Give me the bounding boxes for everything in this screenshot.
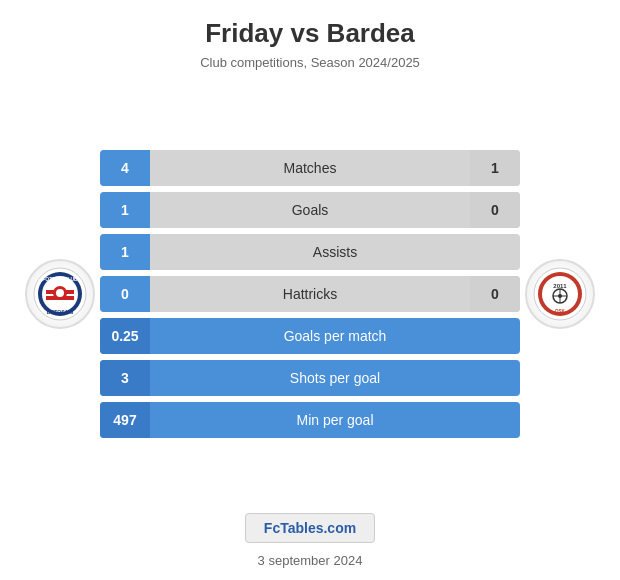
stat-label-hattricks: Hattricks — [150, 286, 470, 302]
stat-left-goals: 1 — [100, 192, 150, 228]
stat-label-assists: Assists — [150, 244, 520, 260]
svg-text:2011: 2011 — [553, 283, 567, 289]
stat-row-goals: 1Goals0 — [100, 192, 520, 228]
stat-row-goals-per-match: 0.25Goals per match — [100, 318, 520, 354]
stat-left-shots-per-goal: 3 — [100, 360, 150, 396]
stat-row-assists: 1Assists — [100, 234, 520, 270]
stat-right-hattricks: 0 — [470, 276, 520, 312]
left-club-logo: FOTBAL CLUB BOTOSANI — [20, 259, 100, 329]
stat-row-hattricks: 0Hattricks0 — [100, 276, 520, 312]
stat-left-matches: 4 — [100, 150, 150, 186]
svg-text:OSK: OSK — [555, 309, 566, 314]
match-subtitle: Club competitions, Season 2024/2025 — [200, 55, 420, 70]
stat-label-min-per-goal: Min per goal — [150, 412, 520, 428]
stat-row-min-per-goal: 497Min per goal — [100, 402, 520, 438]
stat-label-goals: Goals — [150, 202, 470, 218]
stat-right-goals: 0 — [470, 192, 520, 228]
svg-text:BOTOSANI: BOTOSANI — [47, 309, 74, 315]
svg-point-6 — [56, 289, 64, 297]
svg-text:FOTBAL CLUB: FOTBAL CLUB — [42, 276, 78, 282]
stat-label-matches: Matches — [150, 160, 470, 176]
sepsi-svg: 2011 OSK — [532, 266, 588, 322]
date-footer: 3 september 2024 — [258, 553, 363, 568]
stats-rows: 4Matches11Goals01Assists0Hattricks00.25G… — [100, 150, 520, 438]
match-card: Friday vs Bardea Club competitions, Seas… — [0, 0, 620, 580]
stat-row-matches: 4Matches1 — [100, 150, 520, 186]
stat-label-goals-per-match: Goals per match — [150, 328, 520, 344]
stat-right-matches: 1 — [470, 150, 520, 186]
stat-left-assists: 1 — [100, 234, 150, 270]
botosani-svg: FOTBAL CLUB BOTOSANI — [32, 266, 88, 322]
stat-label-shots-per-goal: Shots per goal — [150, 370, 520, 386]
stat-left-hattricks: 0 — [100, 276, 150, 312]
stats-section: FOTBAL CLUB BOTOSANI 4Matches11Goals01As… — [20, 88, 600, 499]
stat-left-min-per-goal: 497 — [100, 402, 150, 438]
left-logo-circle: FOTBAL CLUB BOTOSANI — [25, 259, 95, 329]
right-logo-circle: 2011 OSK — [525, 259, 595, 329]
stat-left-goals-per-match: 0.25 — [100, 318, 150, 354]
watermark: FcTables.com — [245, 513, 375, 543]
match-title: Friday vs Bardea — [205, 18, 415, 49]
stat-row-shots-per-goal: 3Shots per goal — [100, 360, 520, 396]
right-club-logo: 2011 OSK — [520, 259, 600, 329]
